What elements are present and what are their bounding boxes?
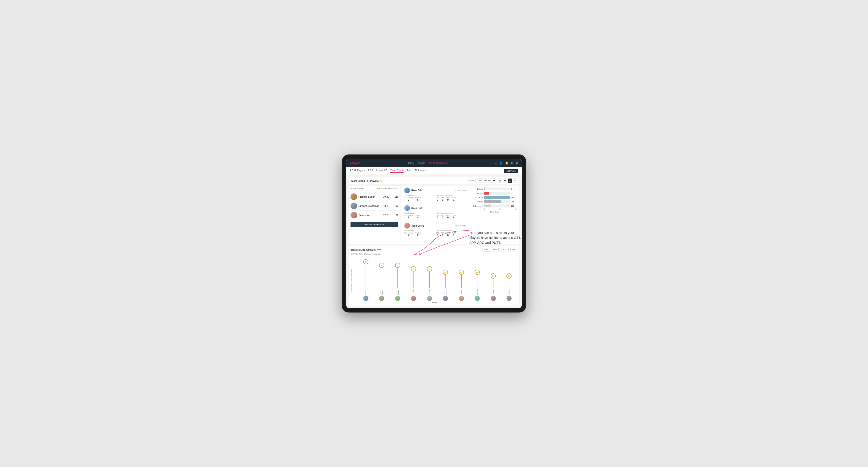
chart-row-bogeys: Bogeys 311 [472, 200, 518, 203]
bell-icon[interactable]: 🔔 [505, 161, 508, 165]
chart-bar-bogeys [484, 200, 501, 203]
lollipop-item-2: 6x [390, 263, 406, 288]
chart-label-pars: Pars [472, 196, 483, 198]
ott-value-1: 0 [437, 198, 438, 201]
y-tick-3: 3 [353, 280, 357, 281]
practice-value-1: 6 [417, 198, 418, 201]
subnav-tour[interactable]: Tour [407, 169, 411, 173]
lollipop-item-1: 6x [374, 263, 390, 288]
tournament-value-1: 7 [408, 198, 409, 201]
subnav-pga[interactable]: PGA [368, 169, 373, 173]
y-tick-6: 6 [353, 263, 357, 264]
player-avatar-lollipop-0 [363, 296, 368, 301]
nav-home[interactable]: Home [407, 161, 414, 164]
activity-header-1: Rees Britt 02 Sep 2023 [404, 187, 466, 193]
search-icon[interactable]: ⌕ [495, 161, 497, 165]
lollipop-badge-7: 4x [474, 270, 480, 275]
annotation-box: Here you can see streaks your players ha… [469, 230, 521, 245]
y-tick-1: 1 [353, 291, 357, 292]
chart-bars: Eagles 3 Birdies [472, 187, 518, 207]
player-avatar-lollipop-7 [474, 296, 480, 301]
lollipop-badge-4: 5x [427, 266, 432, 272]
streaks-arrow-icon [377, 248, 382, 251]
stat-group-rounds-1: Total Rounds Tournament 7 Practice [404, 195, 434, 201]
list-view-icon[interactable]: ☰ [503, 179, 507, 183]
player-name-lollipop-6: B. Ford [461, 289, 462, 295]
player-avg-1: 110 [392, 195, 398, 198]
subnav-team-clippd[interactable]: Team Clippd [390, 169, 404, 173]
chart-bar-container-pars [484, 196, 510, 199]
plus-icon[interactable]: ⊕ [511, 161, 513, 165]
player-avatars-row [358, 295, 517, 301]
streaks-title-text: Best Round Streaks [351, 248, 376, 251]
player-row-1[interactable]: 1 Richard Butler 19/20 110 [350, 192, 398, 201]
team-controls: Show Last 3 months ⊞ ☰ ◫ ≡ [468, 179, 517, 183]
player-row-2[interactable]: 2 Edward Crossman 18/20 107 [350, 201, 398, 211]
player-name-lollipop-0: E. Ebert [365, 289, 367, 295]
chart-bar-birdies [484, 192, 489, 195]
header-pb-avg: PB AVG SQ [388, 187, 398, 190]
chart-label-eagles: Eagles [472, 188, 483, 190]
arg-label-1: ARG [446, 197, 450, 198]
nav-my-performance[interactable]: My Performance [429, 161, 448, 164]
chart-row-dbogeys: D. Bogeys + 131 [472, 205, 518, 207]
player-avatar-lollipop-8 [491, 296, 496, 301]
chart-label-bogeys: Bogeys [472, 201, 483, 203]
view-full-leaderboard-button[interactable]: View Full Leaderboard [350, 222, 398, 227]
player-avatar-lollipop-3 [411, 296, 416, 301]
lollipop-item-4: 5x [422, 266, 437, 288]
player-name-lollipop-8: R. Butler [493, 289, 494, 295]
activity-stats-1: Total Rounds Tournament 7 Practice [404, 195, 466, 201]
chart-value-dbogeys: 131 [511, 205, 518, 207]
y-axis-area: Best Streak, Fairway Accuracy [351, 257, 352, 304]
lollipop-badge-3: 5x [411, 266, 416, 272]
lollipop-stem-2 [398, 268, 398, 288]
players-label: Players [353, 302, 517, 304]
lollipop-item-0: 7x [358, 259, 374, 288]
lollipop-badge-0: 7x [363, 259, 368, 264]
team-title: Team Clippd | 14 Players ✏️ [351, 180, 382, 182]
subnav-pgat[interactable]: PGAT Players [350, 169, 365, 173]
activity-date-1: 02 Sep 2023 [455, 189, 466, 191]
nav-icons: ⌕ 👤 🔔 ⊕ ◉ [495, 161, 518, 165]
player-avatar-lollipop-6 [459, 296, 464, 301]
player-score-2: 18/20 [382, 205, 390, 207]
practice-label-1: Practice [415, 197, 421, 198]
chart-value-birdies: 96 [511, 192, 518, 194]
player-avg-2: 107 [392, 205, 398, 207]
add-team-button[interactable]: Add Team [504, 169, 518, 173]
lollipop-item-9: 3x [501, 273, 517, 288]
player-name-lollipop-5: E. Crossman [444, 289, 447, 295]
chart-bar-container-dbogeys [484, 205, 510, 207]
chart-body: 7 6 5 4 3 2 1 0 7x6x6x5x5x4x [353, 257, 517, 304]
filter-btn-app[interactable]: APP [491, 248, 499, 251]
lollipop-item-7: 4x [469, 270, 486, 288]
nav-links: Home Teams My Performance [407, 161, 448, 164]
detail-view-icon[interactable]: ≡ [513, 179, 517, 183]
grid-view-icon[interactable]: ⊞ [498, 179, 502, 183]
player-row-3[interactable]: 3 Cameron... 17/20 103 [350, 211, 398, 220]
filter-btn-arg[interactable]: ARG [500, 248, 507, 251]
chart-label-birdies: Birdies [472, 192, 483, 194]
lollipop-stem-3 [413, 272, 414, 288]
team-header: Team Clippd | 14 Players ✏️ Show Last 3 … [349, 177, 519, 184]
user-icon[interactable]: 👤 [499, 161, 503, 165]
lollipop-stem-4 [429, 272, 430, 288]
filter-btn-ott[interactable]: OTT [483, 248, 490, 251]
chart-row-birdies: Birdies 96 [472, 192, 518, 195]
rounds-label-1: Total Rounds [404, 195, 434, 196]
subnav-hcaps[interactable]: Hcaps 1-5 [376, 169, 387, 173]
subnav-all-players[interactable]: All Players [415, 169, 426, 173]
filter-btn-putt[interactable]: PUTT [508, 248, 517, 251]
subtitle-italic: Fairway Accuracy [364, 253, 381, 255]
player-name-lollipop-7: M. Miller [476, 289, 478, 295]
avatar-icon[interactable]: ◉ [516, 161, 518, 165]
player-avatar-lollipop-5 [443, 296, 448, 301]
app-value-1: 0 [442, 198, 443, 201]
x-tick-0: 0 [484, 208, 485, 210]
chart-view-icon[interactable]: ◫ [508, 179, 512, 183]
activity-name-1: Rees Britt [411, 189, 454, 192]
nav-teams[interactable]: Teams [417, 161, 425, 164]
period-select[interactable]: Last 3 months [475, 179, 496, 183]
player-avatar-2: 2 [350, 203, 357, 209]
